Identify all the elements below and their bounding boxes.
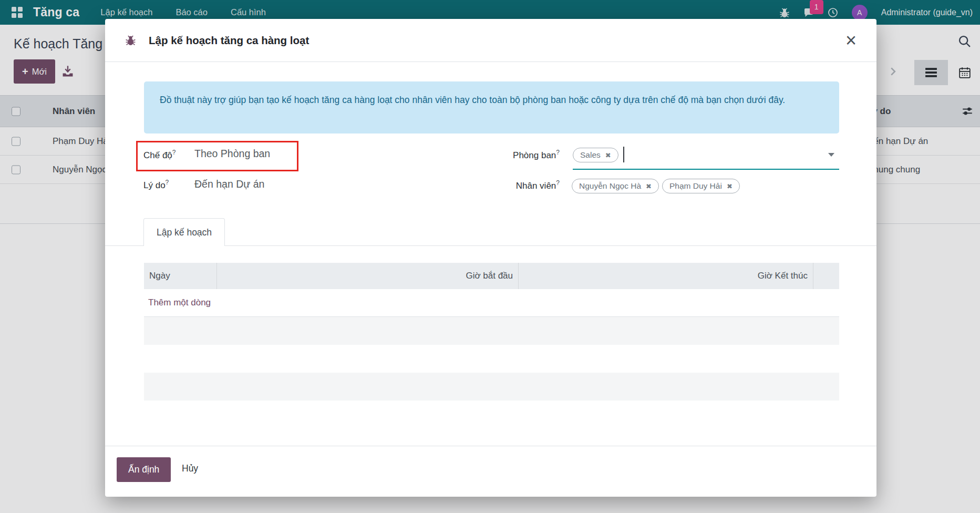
planning-table-header: Ngày Giờ bắt đầu Giờ Kết thúc bbox=[144, 263, 839, 289]
info-alert: Đồ thuật này trợ giúp bạn tạo kế hoạch t… bbox=[144, 81, 839, 134]
footer-divider bbox=[105, 446, 876, 446]
chevron-down-icon[interactable] bbox=[828, 153, 834, 157]
help-marker: ? bbox=[172, 149, 176, 156]
empty-row-stripe bbox=[144, 373, 839, 401]
employee-tag[interactable]: Nguyễn Ngọc Hà ✖ bbox=[572, 179, 659, 193]
tag-remove-icon[interactable]: ✖ bbox=[727, 182, 733, 190]
add-a-line-link[interactable]: Thêm một dòng bbox=[148, 297, 211, 308]
reason-field-label: Lý do? bbox=[143, 179, 169, 191]
cancel-button[interactable]: Hủy bbox=[182, 463, 198, 474]
reason-field-value[interactable]: Đến hạn Dự án bbox=[194, 178, 264, 190]
column-header-extra bbox=[813, 263, 839, 289]
empty-row-stripe bbox=[144, 345, 839, 373]
help-marker: ? bbox=[556, 179, 560, 187]
confirm-button[interactable]: Ấn định bbox=[117, 457, 171, 482]
bulk-overtime-plan-dialog: Lập kế hoạch tăng ca hàng loạt × Đồ thuậ… bbox=[105, 19, 876, 497]
employee-tags-field[interactable]: Nguyễn Ngọc Hà ✖ Phạm Duy Hải ✖ bbox=[572, 179, 740, 193]
employee-field-label: Nhân viên? bbox=[460, 179, 560, 191]
help-marker: ? bbox=[556, 149, 560, 156]
text-cursor bbox=[623, 147, 624, 162]
column-header-end-time: Giờ Kết thúc bbox=[519, 263, 813, 289]
tab-planning[interactable]: Lập kế hoạch bbox=[143, 218, 225, 246]
screen: Tăng ca Lập kế hoạch Báo cáo Cấu hình 1 bbox=[0, 0, 980, 513]
tag-remove-icon[interactable]: ✖ bbox=[605, 151, 611, 159]
field-focus-underline bbox=[573, 169, 839, 170]
column-header-date: Ngày bbox=[144, 263, 217, 289]
department-tag[interactable]: Sales ✖ bbox=[573, 148, 618, 162]
department-tags-field[interactable]: Sales ✖ bbox=[573, 148, 618, 162]
dialog-header: Lập kế hoạch tăng ca hàng loạt × bbox=[105, 19, 876, 62]
tag-remove-icon[interactable]: ✖ bbox=[646, 182, 652, 190]
dialog-title: Lập kế hoạch tăng ca hàng loạt bbox=[149, 34, 309, 47]
close-icon[interactable]: × bbox=[845, 31, 857, 50]
tag-label: Sales bbox=[580, 150, 601, 160]
column-header-start-time: Giờ bắt đầu bbox=[217, 263, 519, 289]
help-marker: ? bbox=[166, 179, 169, 186]
planning-lines-table: Ngày Giờ bắt đầu Giờ Kết thúc Thêm một d… bbox=[144, 263, 839, 401]
department-field-label: Phòng ban? bbox=[460, 149, 560, 161]
add-row-line: Thêm một dòng bbox=[144, 289, 839, 317]
tag-label: Phạm Duy Hải bbox=[669, 181, 722, 191]
tag-label: Nguyễn Ngọc Hà bbox=[579, 181, 641, 191]
mode-field-value[interactable]: Theo Phòng ban bbox=[194, 148, 270, 160]
bug-icon bbox=[125, 35, 136, 46]
empty-row-stripe bbox=[144, 317, 839, 345]
employee-tag[interactable]: Phạm Duy Hải ✖ bbox=[662, 179, 740, 193]
mode-field-label: Chế độ? bbox=[143, 149, 176, 161]
